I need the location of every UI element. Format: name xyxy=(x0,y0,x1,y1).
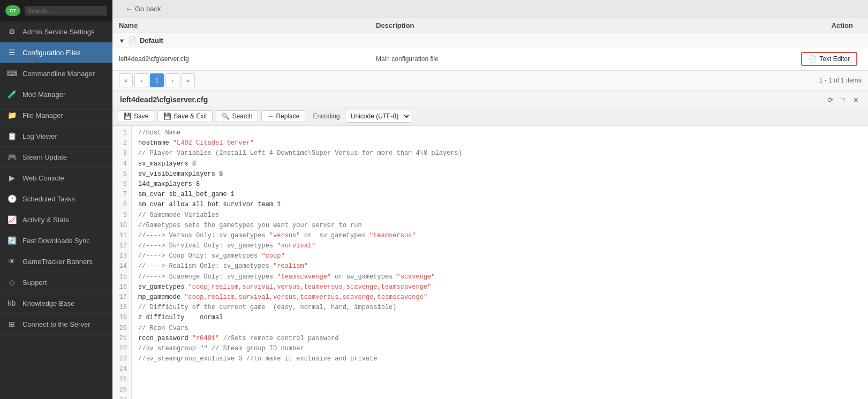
sidebar-item-knowledge-base[interactable]: kb Knowledge Base xyxy=(0,293,112,314)
sidebar-label-knowledge-base: Knowledge Base xyxy=(22,299,75,307)
code-line-28: //sv_steamgroup "" // Steam group ID num… xyxy=(138,344,862,354)
group-default-header: ▼ 📄 Default xyxy=(112,33,868,48)
col-header-description: Description xyxy=(376,21,754,29)
file-table-area: Name Description Action ▼ 📄 Default left… xyxy=(112,18,868,71)
prev-page-button[interactable]: ‹ xyxy=(134,73,148,87)
sidebar-label-file-manager: File Manager xyxy=(22,111,63,119)
sidebar-item-commandline-manager[interactable]: ⌨ Commandline Manager xyxy=(0,63,112,84)
sidebar-item-support[interactable]: ◇ Support xyxy=(0,272,112,293)
line-number-8: 8 xyxy=(117,200,127,210)
go-back-button[interactable]: ← Go back xyxy=(121,3,165,14)
text-editor-button[interactable]: 📄 Text Editor xyxy=(801,52,857,66)
line-number-27: 27 xyxy=(117,395,127,399)
line-number-18: 18 xyxy=(117,303,127,313)
sidebar-item-scheduled-tasks[interactable]: 🕐 Scheduled Tasks xyxy=(0,189,112,209)
sidebar-item-file-manager[interactable]: 📁 File Manager xyxy=(0,105,112,126)
sidebar-item-admin-service-settings[interactable]: ⚙ Admin Service Settings xyxy=(0,21,112,42)
line-number-14: 14 xyxy=(117,261,127,272)
line-number-10: 10 xyxy=(117,221,127,231)
topbar: ← Go back xyxy=(112,0,868,18)
file-path: left4dead2\cfg\server.cfg xyxy=(119,55,376,63)
first-page-button[interactable]: « xyxy=(119,73,133,87)
encoding-select[interactable]: Unicode (UTF-8) xyxy=(345,110,411,123)
line-number-25: 25 xyxy=(117,375,127,385)
col-header-action: Action xyxy=(754,21,862,29)
search-button[interactable]: 🔍 Search xyxy=(216,110,258,122)
sidebar-label-mod-manager: Mod Manager xyxy=(22,91,65,99)
replace-icon: ↔ xyxy=(267,112,274,120)
sidebar-label-steam-update: Steam Update xyxy=(22,153,67,161)
editor-panel: left4dead2\cfg\server.cfg ⟳ □ ✕ 💾 Save 💾… xyxy=(112,91,868,399)
group-file-icon: 📄 xyxy=(128,36,137,44)
save-icon: 💾 xyxy=(124,112,132,120)
col-header-name: Name xyxy=(119,21,376,29)
editor-close-button[interactable]: ✕ xyxy=(851,95,861,104)
sidebar-icon-connect-to-server: ⊞ xyxy=(6,319,17,329)
last-page-button[interactable]: » xyxy=(181,73,195,87)
page-1-button[interactable]: 1 xyxy=(150,73,164,87)
table-row: left4dead2\cfg\server.cfg Main configura… xyxy=(112,48,868,70)
editor-window-buttons: ⟳ □ ✕ xyxy=(825,95,861,104)
pagination-controls: « ‹ 1 › » xyxy=(119,73,195,87)
sidebar-icon-activity-stats: 📈 xyxy=(6,214,17,225)
code-line-13: //Gametypes sets the gametypes you want … xyxy=(138,221,862,231)
line-number-12: 12 xyxy=(117,241,127,251)
arrow-left-icon: ← xyxy=(125,5,132,13)
save-exit-button[interactable]: 💾 Save & Exit xyxy=(157,110,213,122)
sidebar-item-steam-update[interactable]: 🎮 Steam Update xyxy=(0,147,112,168)
save-button[interactable]: 💾 Save xyxy=(118,110,154,122)
save-exit-icon: 💾 xyxy=(163,112,171,120)
line-number-3: 3 xyxy=(117,148,127,159)
code-line-6: sv_visiblemaxplayers 8 xyxy=(138,169,862,179)
main-content: ← Go back Name Description Action ▼ 📄 De… xyxy=(112,0,868,399)
sidebar-label-configuration-files: Configuration Files xyxy=(22,49,80,57)
code-editor[interactable]: 1234567891011121314151617181920212223242… xyxy=(112,126,868,399)
code-content[interactable]: //Host Namehostname "L4D2 Citadel Server… xyxy=(132,126,868,399)
editor-maximize-button[interactable]: □ xyxy=(838,95,848,104)
code-line-7: l4d_maxplayers 8 xyxy=(138,179,862,190)
code-line-8: sm_cvar sb_all_bot_game 1 xyxy=(138,190,862,200)
code-line-21: mp_gamemode "coop,realism,survival,versu… xyxy=(138,292,862,303)
code-line-11: // Gamemode Variables xyxy=(138,210,862,221)
line-number-19: 19 xyxy=(117,313,127,323)
line-number-9: 9 xyxy=(117,210,127,221)
search-icon: 🔍 xyxy=(222,112,230,120)
sidebar-item-activity-stats[interactable]: 📈 Activity & Stats xyxy=(0,209,112,230)
code-line-2: hostname "L4D2 Citadel Server" xyxy=(138,138,862,148)
sidebar-item-log-viewer[interactable]: 📋 Log Viewer xyxy=(0,126,112,147)
search-label: Search xyxy=(232,112,252,120)
code-line-24: z_difficulty normal xyxy=(138,313,862,323)
replace-button[interactable]: ↔ Replace xyxy=(261,110,305,122)
table-header: Name Description Action xyxy=(112,18,868,33)
sidebar-item-configuration-files[interactable]: ☰ Configuration Files xyxy=(0,42,112,63)
code-line-1: //Host Name xyxy=(138,128,862,138)
sidebar-header: GT xyxy=(0,0,112,21)
sidebar-item-gametracker-banners[interactable]: 👁 GameTracker Banners xyxy=(0,251,112,272)
editor-titlebar: left4dead2\cfg\server.cfg ⟳ □ ✕ xyxy=(112,91,868,107)
sidebar-icon-configuration-files: ☰ xyxy=(6,47,17,58)
save-label: Save xyxy=(134,112,148,120)
code-line-27: rcon_password "r0401" //Sets remote cont… xyxy=(138,334,862,344)
sidebar-label-fast-downloads-sync: Fast Downloads Sync xyxy=(22,237,90,245)
line-numbers: 1234567891011121314151617181920212223242… xyxy=(112,126,132,399)
file-action: 📄 Text Editor xyxy=(754,52,862,66)
code-line-18: //----> Scavenge Only: sv_gametypes "tea… xyxy=(138,272,862,282)
sidebar-item-connect-to-server[interactable]: ⊞ Connect to the Server xyxy=(0,314,112,335)
code-line-29: //sv_steamgroup_exclusive 0 //to make it… xyxy=(138,354,862,364)
line-number-20: 20 xyxy=(117,323,127,334)
line-number-24: 24 xyxy=(117,364,127,374)
code-line-23: // Difficulty of the current game (easy,… xyxy=(138,303,862,313)
sidebar-item-mod-manager[interactable]: 🧪 Mod Manager xyxy=(0,84,112,105)
line-number-16: 16 xyxy=(117,282,127,292)
sidebar-search-input[interactable] xyxy=(25,6,107,16)
sidebar-item-fast-downloads-sync[interactable]: 🔄 Fast Downloads Sync xyxy=(0,230,112,251)
editor-refresh-button[interactable]: ⟳ xyxy=(825,95,835,104)
sidebar-item-web-console[interactable]: ▶ Web Console xyxy=(0,168,112,189)
group-collapse-icon[interactable]: ▼ xyxy=(119,37,125,44)
next-page-button[interactable]: › xyxy=(165,73,179,87)
line-number-15: 15 xyxy=(117,272,127,282)
sidebar-label-log-viewer: Log Viewer xyxy=(22,132,57,140)
replace-label: Replace xyxy=(276,112,299,120)
group-default-label: Default xyxy=(140,36,163,44)
code-line-20: sv_gametypes "coop,realism,survival,vers… xyxy=(138,282,862,292)
